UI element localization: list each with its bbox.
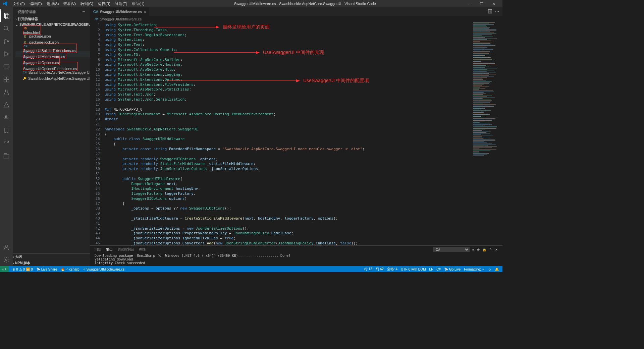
svg-rect-0 bbox=[4, 13, 8, 18]
settings-icon[interactable] bbox=[0, 253, 13, 266]
svg-rect-17 bbox=[7, 117, 8, 118]
menu-edit[interactable]: 编辑(E) bbox=[28, 1, 44, 7]
svg-marker-7 bbox=[5, 52, 9, 56]
panel-tab-terminal[interactable]: 终端 bbox=[139, 247, 146, 252]
project-icon[interactable] bbox=[0, 150, 13, 162]
annotation-1: 最终呈现给用户的页面 bbox=[154, 24, 270, 30]
broadcast-icon: 📡 bbox=[36, 268, 40, 271]
more-icon[interactable]: ⋯ bbox=[82, 10, 85, 14]
clear-output-icon[interactable]: ⊘ bbox=[477, 248, 480, 251]
chevron-right-icon: › bbox=[13, 261, 14, 265]
minimap[interactable] bbox=[472, 22, 502, 245]
spaces[interactable]: 空格: 4 bbox=[385, 267, 399, 272]
split-editor-icon[interactable] bbox=[488, 9, 492, 15]
azure-icon[interactable] bbox=[0, 99, 13, 111]
docker-icon[interactable] bbox=[0, 111, 13, 124]
file-item[interactable]: C#Swashbuckle.AspNetCore.SwaggerUI.csp..… bbox=[15, 69, 90, 75]
highlighted-file: C# SwaggerUIOptionsExtensions.cs bbox=[23, 62, 78, 71]
warning-icon: ⚠ bbox=[19, 268, 22, 271]
search-icon[interactable] bbox=[0, 22, 13, 35]
menu-terminal[interactable]: 终端(T) bbox=[113, 1, 129, 7]
breadcrumbs[interactable]: C# SwaggerUIMiddleware.cs bbox=[90, 16, 502, 22]
json-icon: {} bbox=[23, 34, 28, 39]
remote-icon[interactable] bbox=[0, 60, 13, 73]
feedback-icon[interactable]: ☺ bbox=[486, 267, 493, 272]
go-live[interactable]: 📡Go Live bbox=[442, 267, 462, 272]
menu-selection[interactable]: 选择(S) bbox=[45, 1, 61, 7]
panel-tab-problems[interactable]: 问题 bbox=[95, 247, 101, 252]
statusbar: ⊗0 ⚠0 📶0 📡Live Share 🔥 ✓csharp ✓SwaggerU… bbox=[0, 266, 502, 272]
maximize-panel-icon[interactable]: ＾ bbox=[489, 247, 492, 252]
language-mode[interactable]: C# bbox=[435, 267, 442, 272]
bookmark-icon[interactable] bbox=[0, 124, 13, 137]
line-numbers: 1234567891011121314151617181920212223242… bbox=[90, 22, 105, 245]
svg-rect-16 bbox=[6, 117, 7, 118]
svg-point-20 bbox=[5, 245, 8, 247]
panel-tab-debug-console[interactable]: 调试控制台 bbox=[117, 247, 134, 252]
eol[interactable]: LF bbox=[427, 267, 435, 272]
share-icon[interactable] bbox=[0, 137, 13, 150]
test-icon[interactable] bbox=[0, 86, 13, 99]
output-channel-dropdown[interactable]: C# bbox=[433, 247, 470, 252]
source-control-icon[interactable] bbox=[0, 35, 13, 48]
minimize-icon[interactable]: ─ bbox=[464, 0, 476, 7]
menu-go[interactable]: 转到(G) bbox=[78, 1, 95, 7]
menubar: 文件(F) 编辑(E) 选择(S) 查看(V) 转到(G) 运行(R) 终端(T… bbox=[11, 1, 147, 7]
svg-rect-23 bbox=[490, 9, 492, 13]
account-icon[interactable] bbox=[0, 241, 13, 253]
close-tab-icon[interactable]: × bbox=[144, 10, 146, 14]
menu-view[interactable]: 查看(V) bbox=[61, 1, 78, 7]
more-icon[interactable]: ⋯ bbox=[495, 9, 499, 15]
sidebar-header: 资源管理器 ⋯ bbox=[13, 7, 90, 16]
menu-file[interactable]: 文件(F) bbox=[11, 1, 27, 7]
menu-help[interactable]: 帮助(H) bbox=[130, 1, 146, 7]
cs-icon: C# bbox=[23, 62, 28, 67]
close-panel-icon[interactable]: ✕ bbox=[495, 248, 498, 251]
file-item[interactable]: 🔑Swashbuckle.AspNetCore.SwaggerUI.snk bbox=[15, 75, 90, 81]
file-item[interactable]: C# SwaggerUIOptionsExtensions.cs bbox=[15, 63, 90, 69]
chevron-down-icon: ⌄ bbox=[15, 23, 18, 26]
lock-scroll-icon[interactable]: 🔒 bbox=[482, 248, 486, 251]
remote-indicator-icon[interactable] bbox=[0, 266, 9, 272]
svg-rect-1 bbox=[6, 14, 9, 19]
cs-icon: C# bbox=[23, 56, 28, 61]
file-name: package.json bbox=[29, 34, 51, 38]
panel-tab-output[interactable]: 输出 bbox=[106, 247, 113, 252]
error-icon: ⊗ bbox=[12, 268, 15, 271]
list-icon[interactable]: ≡ bbox=[472, 248, 474, 251]
svg-marker-14 bbox=[4, 103, 9, 107]
editor-area: C# SwaggerUIMiddleware.cs × ⋯ C# Swagger… bbox=[90, 7, 502, 266]
explorer-icon[interactable] bbox=[0, 9, 13, 22]
formatting[interactable]: Formatting: ✓ bbox=[462, 267, 486, 272]
run-debug-icon[interactable] bbox=[0, 48, 13, 60]
panel-tabs: 问题 输出 调试控制台 终端 C# ≡ ⊘ 🔒 ＾ ✕ bbox=[90, 246, 502, 253]
close-icon[interactable]: ✕ bbox=[488, 0, 500, 7]
cursor-position[interactable]: 行 13，列 42 bbox=[363, 267, 385, 272]
menu-run[interactable]: 运行(R) bbox=[96, 1, 112, 7]
notifications-icon[interactable]: 🔔 bbox=[493, 267, 500, 272]
sidebar-title: 资源管理器 bbox=[17, 9, 36, 14]
csharp-icon: C# bbox=[95, 17, 99, 21]
encoding[interactable]: UTF-8 with BOM bbox=[399, 267, 427, 272]
errors-warnings[interactable]: ⊗0 ⚠0 📶0 bbox=[11, 268, 35, 271]
flame-status[interactable]: 🔥 ✓csharp bbox=[59, 268, 81, 271]
window-controls: ─ ❐ ✕ bbox=[464, 0, 500, 7]
open-editors-section[interactable]: › 打开的编辑器 bbox=[13, 16, 90, 22]
file-status[interactable]: ✓SwaggerUIMiddleware.cs bbox=[81, 268, 126, 271]
maximize-icon[interactable]: ❐ bbox=[476, 0, 488, 7]
annotation-2: UseSwaggerUI 中间件的实现 bbox=[174, 50, 324, 56]
output-content[interactable]: Downloading package 'OmniSharp for Windo… bbox=[90, 253, 502, 266]
svg-rect-11 bbox=[7, 77, 9, 79]
file-name: Swashbuckle.AspNetCore.SwaggerUI.snk bbox=[28, 76, 97, 80]
svg-rect-15 bbox=[4, 117, 5, 118]
highlighted-file: ⧉ index.html bbox=[23, 25, 41, 35]
npm-scripts-section[interactable]: › NPM 脚本 bbox=[13, 260, 90, 266]
tab-swaggeruimiddleware[interactable]: C# SwaggerUIMiddleware.cs × bbox=[90, 7, 149, 16]
extensions-icon[interactable] bbox=[0, 73, 13, 86]
csproj-icon: C# bbox=[23, 70, 27, 75]
live-share[interactable]: 📡Live Share bbox=[35, 268, 59, 271]
file-item[interactable]: ⧉ index.html bbox=[15, 27, 90, 33]
outline-section[interactable]: › 大纲 bbox=[13, 253, 90, 260]
file-item[interactable]: {}package.json bbox=[15, 33, 90, 39]
code-editor[interactable]: 1234567891011121314151617181920212223242… bbox=[90, 22, 502, 245]
